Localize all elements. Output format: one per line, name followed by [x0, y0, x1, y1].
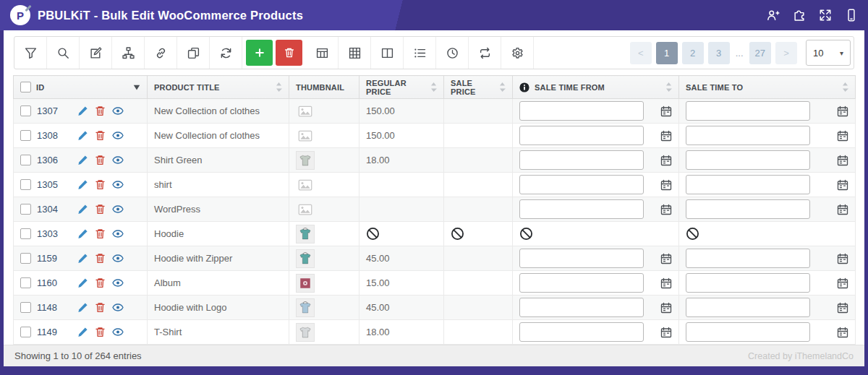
- delete-icon[interactable]: [95, 327, 106, 337]
- view-icon[interactable]: [112, 179, 124, 190]
- view-icon[interactable]: [112, 228, 124, 239]
- edit-icon[interactable]: [77, 277, 88, 288]
- row-checkbox[interactable]: [20, 179, 31, 190]
- column-header-product-title[interactable]: PRODUCT TITLE: [148, 76, 289, 99]
- view-icon[interactable]: [112, 130, 124, 141]
- sale-time-from-input[interactable]: [519, 175, 644, 194]
- toolbar-filter-button[interactable]: [14, 37, 47, 69]
- row-checkbox[interactable]: [20, 204, 31, 215]
- page-size-select[interactable]: 10 ▾: [806, 40, 851, 66]
- column-header-id[interactable]: ID: [14, 76, 148, 99]
- calendar-icon[interactable]: [837, 179, 848, 191]
- delete-icon[interactable]: [95, 277, 106, 288]
- toolbar-grid-button[interactable]: [339, 37, 371, 69]
- row-checkbox[interactable]: [20, 105, 31, 116]
- view-icon[interactable]: [112, 204, 124, 215]
- toolbar-table-button[interactable]: [306, 37, 339, 69]
- sale-time-to-input[interactable]: [686, 150, 810, 170]
- delete-icon[interactable]: [95, 228, 106, 239]
- row-checkbox[interactable]: [20, 302, 31, 313]
- edit-icon[interactable]: [77, 302, 88, 313]
- toolbar-link-button[interactable]: [145, 37, 177, 69]
- pagination-page-3[interactable]: 3: [708, 42, 730, 64]
- toolbar-hierarchy-button[interactable]: [112, 37, 145, 69]
- toolbar-add-button[interactable]: [246, 40, 273, 66]
- toolbar-list-button[interactable]: [404, 37, 436, 69]
- view-icon[interactable]: [112, 155, 124, 165]
- delete-icon[interactable]: [95, 302, 106, 313]
- calendar-icon[interactable]: [837, 204, 848, 215]
- row-checkbox[interactable]: [20, 327, 31, 337]
- fullscreen-icon[interactable]: [819, 9, 832, 22]
- sale-time-from-input[interactable]: [519, 322, 644, 342]
- edit-icon[interactable]: [77, 179, 88, 190]
- column-header-regular-price[interactable]: REGULAR PRICE: [359, 76, 444, 99]
- delete-icon[interactable]: [95, 179, 106, 190]
- toolbar-settings-button[interactable]: [501, 37, 534, 69]
- sale-time-to-input[interactable]: [686, 126, 810, 145]
- device-icon[interactable]: [845, 9, 858, 22]
- calendar-icon[interactable]: [837, 327, 848, 338]
- sale-time-from-input[interactable]: [519, 249, 644, 268]
- row-checkbox[interactable]: [20, 277, 31, 288]
- calendar-icon[interactable]: [837, 130, 848, 142]
- toolbar-delete-button[interactable]: [276, 40, 302, 66]
- sale-time-to-input[interactable]: [686, 101, 810, 121]
- column-header-sale-time-from[interactable]: SALE TIME FROM: [513, 76, 679, 99]
- row-checkbox[interactable]: [20, 130, 31, 141]
- delete-icon[interactable]: [95, 204, 106, 215]
- edit-icon[interactable]: [77, 228, 88, 239]
- row-checkbox[interactable]: [20, 228, 31, 239]
- toolbar-columns-button[interactable]: [371, 37, 404, 69]
- sale-time-from-input[interactable]: [519, 126, 644, 145]
- sort-icon[interactable]: [430, 82, 437, 92]
- calendar-icon[interactable]: [660, 327, 672, 338]
- edit-icon[interactable]: [77, 327, 88, 337]
- sale-time-to-input[interactable]: [686, 322, 810, 342]
- sale-time-to-input[interactable]: [686, 298, 810, 317]
- calendar-icon[interactable]: [660, 277, 672, 289]
- view-icon[interactable]: [112, 253, 124, 264]
- calendar-icon[interactable]: [660, 155, 672, 166]
- calendar-icon[interactable]: [660, 204, 672, 215]
- calendar-icon[interactable]: [660, 105, 672, 117]
- pagination-prev-button[interactable]: <: [630, 42, 652, 64]
- sale-time-from-input[interactable]: [519, 199, 644, 219]
- delete-icon[interactable]: [95, 105, 106, 116]
- calendar-icon[interactable]: [837, 105, 848, 117]
- pagination-next-button[interactable]: >: [775, 42, 797, 64]
- sort-icon[interactable]: [499, 82, 506, 92]
- sale-time-to-input[interactable]: [686, 249, 810, 268]
- sale-time-from-input[interactable]: [519, 101, 644, 121]
- view-icon[interactable]: [112, 277, 124, 288]
- delete-icon[interactable]: [95, 253, 106, 264]
- column-header-sale-price[interactable]: SALE PRICE: [444, 76, 513, 99]
- calendar-icon[interactable]: [660, 253, 672, 264]
- puzzle-icon[interactable]: [793, 9, 806, 22]
- sale-time-to-input[interactable]: [686, 199, 810, 219]
- delete-icon[interactable]: [95, 155, 106, 165]
- sort-icon[interactable]: [842, 82, 848, 92]
- edit-icon[interactable]: [77, 155, 88, 165]
- edit-icon[interactable]: [77, 130, 88, 141]
- calendar-icon[interactable]: [837, 155, 848, 166]
- calendar-icon[interactable]: [660, 302, 672, 314]
- calendar-icon[interactable]: [660, 179, 672, 191]
- row-checkbox[interactable]: [20, 253, 31, 264]
- view-icon[interactable]: [112, 302, 124, 313]
- calendar-icon[interactable]: [837, 302, 848, 314]
- view-icon[interactable]: [112, 327, 124, 337]
- sale-time-from-input[interactable]: [519, 150, 644, 170]
- toolbar-refresh-button[interactable]: [210, 37, 242, 69]
- pagination-page-2[interactable]: 2: [682, 42, 704, 64]
- sort-icon[interactable]: [665, 82, 672, 92]
- sale-time-from-input[interactable]: [519, 273, 644, 293]
- sale-time-from-input[interactable]: [519, 298, 644, 317]
- pagination-page-27[interactable]: 27: [749, 42, 771, 64]
- toolbar-history-button[interactable]: [436, 37, 469, 69]
- sale-time-to-input[interactable]: [686, 175, 810, 194]
- column-header-sale-time-to[interactable]: SALE TIME TO: [679, 76, 856, 99]
- view-icon[interactable]: [112, 105, 124, 116]
- pagination-page-1[interactable]: 1: [656, 42, 678, 64]
- sort-desc-icon[interactable]: [133, 85, 140, 90]
